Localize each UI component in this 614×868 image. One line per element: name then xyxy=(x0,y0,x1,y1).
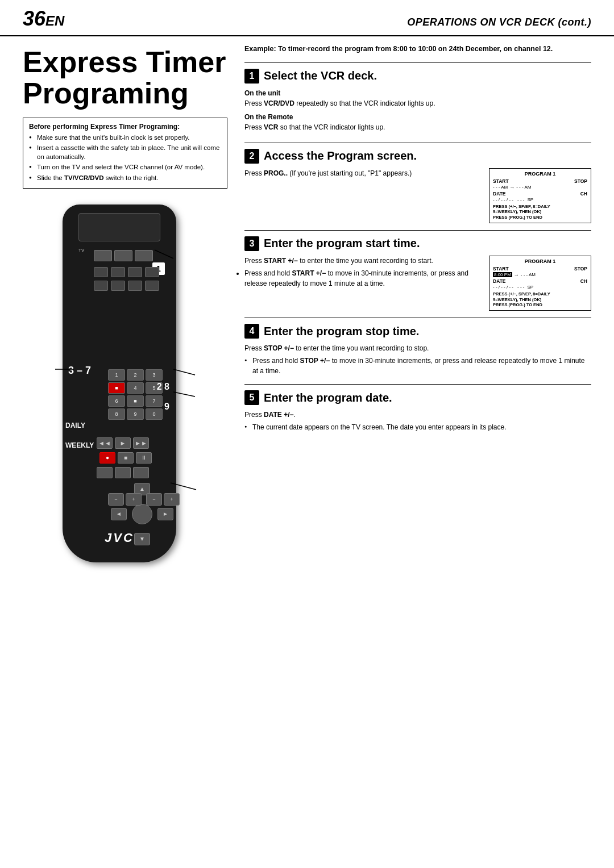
remote-top-buttons xyxy=(94,250,153,261)
step-1-remote-section: On the Remote Press VCR so that the VCR … xyxy=(244,112,591,132)
daily-label: DAILY xyxy=(65,420,85,429)
step-1-remote-text: Press VCR so that the VCR indicator ligh… xyxy=(244,122,591,132)
ch-down-btn: − xyxy=(146,493,162,506)
step-5-content: Press DATE +/−. The current date appears… xyxy=(244,410,591,432)
vol-pair: − + xyxy=(108,493,142,506)
step-1-number: 1 xyxy=(244,69,259,84)
step-2-text: Press PROG.. (If you're just starting ou… xyxy=(244,168,478,223)
record-btn: ● xyxy=(99,452,115,464)
step-label-3-7: 3 – 7 xyxy=(68,364,91,377)
numpad-1: 1 xyxy=(108,369,125,381)
step-label-9: 9 xyxy=(164,400,169,412)
main-content: Express TimerPrograming Before performin… xyxy=(0,36,614,585)
step-3-body: Press START +/− to enter the time you wa… xyxy=(244,256,591,311)
prog-screen-2-title: PROGRAM 1 xyxy=(493,258,587,264)
step-4-text: Press STOP +/− to enter the time you wan… xyxy=(244,343,591,353)
numpad-3: 3 xyxy=(146,369,163,381)
remote-row-2 xyxy=(94,267,159,277)
playback-row-2: ● ■ ⏸ xyxy=(99,452,152,464)
step-label-2-8: 2 8 xyxy=(157,381,169,393)
arrow-right-btn: ► xyxy=(157,508,173,520)
prog-row-date-ch-1: - - / - - / - - - - - SP xyxy=(493,197,587,202)
arrow-center-btn xyxy=(132,504,152,524)
step-1-unit-text: Press VCR/DVD repeatedly so that the VCR… xyxy=(244,98,591,108)
prog-bottom-1: PRESS (+/−, SP/EP, 8=DAILY9=WEEKLY), THE… xyxy=(493,204,587,220)
right-column: Example: To timer-record the program fro… xyxy=(239,36,591,585)
step-4-bullet-1: Press and hold STOP +/− to move in 30-mi… xyxy=(244,356,591,376)
play-btn: ► xyxy=(115,437,131,449)
arrow-left-btn: ◄ xyxy=(111,508,127,520)
remote-control-illustration: TV 1 xyxy=(28,199,222,585)
section-title: OPERATIONS ON VCR DECK (cont.) xyxy=(407,16,591,28)
step-2: 2 Access the Program screen. Press PROG.… xyxy=(244,143,591,230)
prog-row-date-ch-2: - - / - - / - - - - - SP xyxy=(493,285,587,290)
remote-btn-top-3 xyxy=(135,250,153,261)
numpad-6: 6 xyxy=(108,395,125,407)
step-5-text: Press DATE +/−. xyxy=(244,410,591,420)
jvc-logo: JVC xyxy=(105,531,134,545)
transport-btn-2 xyxy=(115,467,131,478)
step-4: 4 Enter the program stop time. Press STO… xyxy=(244,318,591,384)
step-3-screen: PROGRAM 1 START STOP 8:00 PM → - - - AM … xyxy=(483,256,591,311)
remote-btn-r2-1 xyxy=(94,267,108,277)
before-item-1: Make sure that the unit's built-in clock… xyxy=(29,133,221,142)
remote-row-3 xyxy=(94,281,159,291)
vol-up-btn: + xyxy=(126,493,142,506)
step-1-remote-label: On the Remote xyxy=(244,112,591,122)
step-4-header: 4 Enter the program stop time. xyxy=(244,324,591,339)
step-1-unit-label: On the unit xyxy=(244,88,591,98)
ch-pair: − + xyxy=(146,493,180,506)
playback-row-1: ◄◄ ► ►► xyxy=(97,437,149,449)
numpad-icon-2: ■ xyxy=(127,395,144,407)
prog-row-labels-1: START STOP xyxy=(493,178,587,184)
step-1-title: Select the VCR deck. xyxy=(264,69,377,82)
step-5: 5 Enter the program date. Press DATE +/−… xyxy=(244,384,591,440)
transport-btn-1 xyxy=(97,467,113,478)
vol-down-btn: − xyxy=(108,493,124,506)
step-3-bullet-1: Press and hold START +/− to move in 30-m… xyxy=(244,268,478,289)
ch-up-btn: + xyxy=(164,493,180,506)
prog-row-start-stop-2: 8:00 PM → - - - AM xyxy=(493,272,587,278)
before-item-4: Slide the TV/VCR/DVD switch to the right… xyxy=(29,173,221,182)
prog-screen-1-title: PROGRAM 1 xyxy=(493,171,587,177)
pause-btn: ⏸ xyxy=(136,452,152,464)
remote-screen-area xyxy=(78,213,160,241)
program-screen-1: PROGRAM 1 START STOP - - - AM → - - - AM… xyxy=(489,168,591,223)
step-5-bullet-1: The current date appears on the TV scree… xyxy=(244,422,591,432)
prog-row-date-ch-labels-2: DATE CH xyxy=(493,278,587,284)
example-text: Example: To timer-record the program fro… xyxy=(244,44,591,55)
step-2-header: 2 Access the Program screen. xyxy=(244,149,591,164)
weekly-label: WEEKLY xyxy=(65,440,94,449)
remote-btn-r3-1 xyxy=(94,281,108,291)
page-header: 36EN OPERATIONS ON VCR DECK (cont.) xyxy=(0,0,614,36)
step-4-title: Enter the program stop time. xyxy=(264,325,419,338)
numpad-2: 2 xyxy=(127,369,144,381)
step-1-unit-section: On the unit Press VCR/DVD repeatedly so … xyxy=(244,88,591,108)
prog-row-date-ch-labels-1: DATE CH xyxy=(493,191,587,197)
left-column: Express TimerPrograming Before performin… xyxy=(23,36,239,585)
step-3-header: 3 Enter the program start time. xyxy=(244,236,591,251)
step-5-number: 5 xyxy=(244,390,259,405)
remote-body: TV 1 xyxy=(63,205,176,562)
step-2-body: Press PROG.. (If you're just starting ou… xyxy=(244,168,591,223)
remote-btn-r3-4 xyxy=(145,281,159,291)
step-2-title: Access the Program screen. xyxy=(264,149,417,162)
step-2-screen: PROGRAM 1 START STOP - - - AM → - - - AM… xyxy=(483,168,591,223)
program-screen-2: PROGRAM 1 START STOP 8:00 PM → - - - AM … xyxy=(489,256,591,311)
numpad-icon-1: ■ xyxy=(108,382,125,394)
prog-row-labels-2: START STOP xyxy=(493,266,587,272)
before-list: Make sure that the unit's built-in clock… xyxy=(29,133,221,182)
numpad-7: 7 xyxy=(146,395,163,407)
remote-btn-r3-3 xyxy=(128,281,142,291)
rewind-btn: ◄◄ xyxy=(97,437,113,449)
step-1-content: On the unit Press VCR/DVD repeatedly so … xyxy=(244,88,591,132)
numpad-0: 0 xyxy=(146,408,163,420)
remote-numpad: 1 2 3 ■ 4 5 6 ■ 7 8 9 0 xyxy=(108,369,163,420)
prog-bottom-2: PRESS (+/−, SP/EP, 8=DAILY9=WEEKLY), THE… xyxy=(493,291,587,308)
svg-line-3 xyxy=(173,392,195,397)
step-5-title: Enter the program date. xyxy=(264,391,392,404)
step-4-number: 4 xyxy=(244,324,259,339)
remote-btn-top-1 xyxy=(94,250,112,261)
step-3-text: Press START +/− to enter the time you wa… xyxy=(244,256,478,311)
remote-btn-r2-2 xyxy=(111,267,125,277)
